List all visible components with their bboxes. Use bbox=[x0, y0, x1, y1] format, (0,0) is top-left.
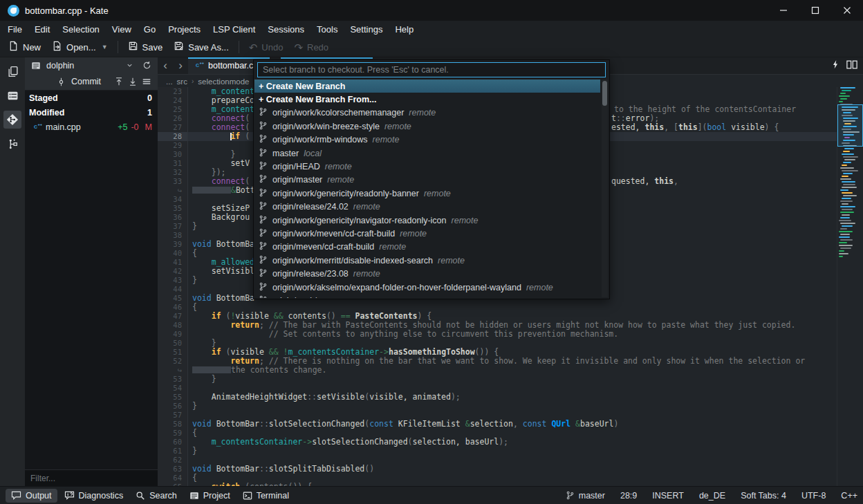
branch-name: origin/work/rmb-windows bbox=[272, 135, 368, 144]
statusbar-segment-master[interactable]: master bbox=[566, 491, 605, 501]
filter-input[interactable] bbox=[25, 470, 158, 486]
scrollbar-thumb[interactable] bbox=[602, 81, 607, 106]
branch-name: origin/work/merritt/disable-indexed-sear… bbox=[272, 256, 433, 265]
segment-label: INSERT bbox=[652, 491, 684, 501]
branch-item[interactable]: origin/work/kcolorschememanagerremote bbox=[254, 106, 600, 120]
branch-item[interactable]: origin/meven/cd-craft-buildremote bbox=[254, 241, 600, 254]
menu-selection[interactable]: Selection bbox=[56, 22, 105, 37]
menu-sessions[interactable]: Sessions bbox=[261, 22, 310, 37]
branch-item[interactable]: origin/work/genericity/readonly-bannerre… bbox=[254, 187, 600, 200]
menu-help[interactable]: Help bbox=[389, 22, 420, 37]
breadcrumb-item[interactable]: src bbox=[177, 77, 187, 86]
line-number: 27 bbox=[158, 123, 188, 132]
modified-file-row[interactable]: c++ main.cpp +5 -0 M bbox=[25, 120, 158, 134]
symbols-panel-icon[interactable] bbox=[3, 135, 21, 153]
line-number: 43 bbox=[158, 276, 188, 285]
branch-scope-tag: remote bbox=[379, 242, 406, 252]
minimap-line bbox=[840, 212, 854, 213]
minimap-line bbox=[839, 250, 844, 252]
branch-item[interactable]: origin/work/merritt/disable-indexed-sear… bbox=[254, 254, 600, 267]
branch-item[interactable]: origin/release/23.08remote bbox=[254, 267, 600, 280]
minimap-line bbox=[840, 200, 853, 202]
statusbar-segment-utf-8[interactable]: UTF-8 bbox=[801, 491, 826, 501]
minimap-viewport[interactable] bbox=[837, 104, 863, 147]
line-number: 62 bbox=[158, 456, 188, 465]
branch-item[interactable]: origin/work/win-breeze-styleremote bbox=[254, 120, 600, 133]
staged-row[interactable]: Staged 0 bbox=[25, 91, 158, 105]
redo-button[interactable]: ↷ Redo bbox=[288, 39, 334, 55]
breadcrumb-item[interactable]: selectionmode bbox=[198, 77, 249, 86]
branch-item[interactable]: origin/masterremote bbox=[254, 174, 600, 187]
project-name[interactable]: dolphin bbox=[46, 61, 119, 71]
branch-item[interactable]: origin/work/akselmo/expand-folder-on-hov… bbox=[254, 281, 600, 294]
statusbar-project-button[interactable]: Project bbox=[184, 489, 236, 503]
commit-button[interactable]: Commit bbox=[54, 75, 112, 88]
branch-item[interactable]: origin/work/meven/cd-craft-buildremote bbox=[254, 227, 600, 240]
menu-file[interactable]: File bbox=[1, 22, 28, 37]
statusbar-segment-c-[interactable]: C++ bbox=[841, 491, 857, 501]
branch-item[interactable]: origin/work/genericity/navigator-readonl… bbox=[254, 214, 600, 227]
menu-go[interactable]: Go bbox=[138, 22, 162, 37]
statusbar-segment-insert[interactable]: INSERT bbox=[652, 491, 684, 501]
maximize-button[interactable] bbox=[799, 0, 831, 21]
filesystem-panel-icon[interactable] bbox=[3, 86, 21, 104]
breadcrumb-item[interactable]: ... bbox=[166, 77, 173, 86]
refresh-icon[interactable] bbox=[140, 59, 154, 73]
branch-search-input[interactable] bbox=[257, 62, 606, 77]
minimize-button[interactable] bbox=[768, 0, 799, 21]
chevron-down-icon[interactable]: ▼ bbox=[102, 44, 108, 50]
git-menu-icon[interactable] bbox=[140, 75, 154, 88]
save-as-button[interactable]: Save As... bbox=[168, 38, 234, 56]
back-icon[interactable]: ‹ bbox=[158, 58, 173, 73]
line-number: ↪ bbox=[158, 366, 188, 375]
open-button[interactable]: Open... ▼ bbox=[46, 38, 113, 56]
create-branch-item[interactable]: + Create New Branch bbox=[254, 80, 600, 93]
line-number: 61 bbox=[158, 447, 188, 456]
code-line-56: 56} bbox=[158, 402, 837, 411]
create-branch-item[interactable]: + Create New Branch From... bbox=[254, 93, 600, 106]
branch-list-scrollbar[interactable] bbox=[602, 80, 608, 297]
line-number: 31 bbox=[158, 159, 188, 168]
forward-icon[interactable]: › bbox=[173, 58, 188, 73]
split-view-icon[interactable] bbox=[846, 59, 857, 72]
code-text: // Set contents to anything else to circ… bbox=[188, 329, 618, 339]
project-list-icon bbox=[29, 59, 43, 73]
branch-item[interactable]: masterlocal bbox=[254, 147, 600, 160]
diagnostics-icon bbox=[64, 491, 75, 500]
push-icon[interactable] bbox=[112, 75, 126, 88]
branch-icon bbox=[566, 491, 575, 500]
statusbar-diagnostics-button[interactable]: Diagnostics bbox=[59, 489, 129, 503]
line-number: 48 bbox=[158, 321, 188, 330]
statusbar-terminal-button[interactable]: Terminal bbox=[237, 489, 295, 503]
save-button[interactable]: Save bbox=[122, 38, 169, 56]
save-icon bbox=[128, 41, 138, 53]
new-button[interactable]: New bbox=[3, 38, 46, 56]
project-icon bbox=[189, 491, 199, 501]
branch-item[interactable]: origin/release/24.02remote bbox=[254, 200, 600, 214]
menu-projects[interactable]: Projects bbox=[162, 22, 207, 37]
menu-lsp-client[interactable]: LSP Client bbox=[207, 22, 261, 37]
statusbar-segment-28-9[interactable]: 28:9 bbox=[620, 491, 637, 501]
cpp-file-icon: c++ bbox=[33, 122, 42, 133]
menu-view[interactable]: View bbox=[106, 22, 138, 37]
statusbar-segment-de-de[interactable]: de_DE bbox=[699, 491, 725, 501]
menu-settings[interactable]: Settings bbox=[344, 22, 389, 37]
menu-tools[interactable]: Tools bbox=[310, 22, 344, 37]
close-button[interactable] bbox=[831, 0, 863, 21]
git-panel-icon[interactable] bbox=[3, 111, 21, 129]
statusbar-output-button[interactable]: Output bbox=[6, 489, 57, 503]
statusbar-search-button[interactable]: Search bbox=[130, 489, 183, 503]
modified-row[interactable]: Modified 1 bbox=[25, 105, 158, 120]
branch-item[interactable]: origin/HEADremote bbox=[254, 160, 600, 173]
branch-item[interactable]: origin/work/rmb-windowsremote bbox=[254, 133, 600, 147]
git-branch-icon bbox=[259, 174, 268, 185]
menu-edit[interactable]: Edit bbox=[28, 22, 56, 37]
pull-icon[interactable] bbox=[126, 75, 140, 88]
branch-item[interactable]: origin/work/ bbox=[254, 294, 600, 298]
project-chevron-down-icon[interactable] bbox=[122, 59, 136, 73]
statusbar-segment-soft-tabs-4[interactable]: Soft Tabs: 4 bbox=[741, 491, 786, 501]
minimap-scrollbar[interactable] bbox=[837, 87, 863, 486]
quick-actions-icon[interactable] bbox=[831, 59, 839, 72]
documents-panel-icon[interactable] bbox=[3, 62, 21, 80]
undo-button[interactable]: ↶ Undo bbox=[243, 39, 289, 55]
